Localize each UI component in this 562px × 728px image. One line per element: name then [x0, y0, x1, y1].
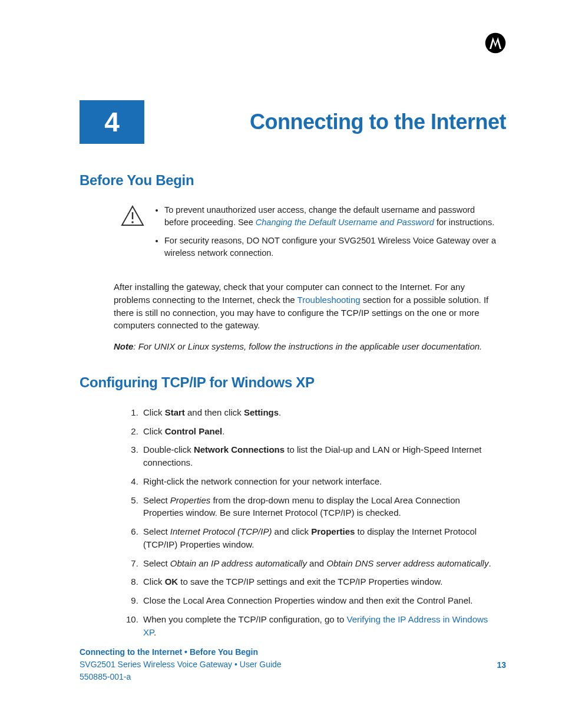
- step-9: Close the Local Area Connection Properti…: [141, 594, 500, 607]
- step-10: When you complete the TCP/IP configurati…: [141, 613, 500, 639]
- step-text: to save the TCP/IP settings and exit the…: [178, 577, 442, 587]
- step-text: and then click: [185, 407, 244, 417]
- svg-point-2: [131, 221, 134, 223]
- step-bold: Settings: [244, 407, 279, 417]
- step-italic: Obtain DNS server address automatically: [326, 558, 488, 568]
- step-text: Click: [143, 577, 165, 587]
- chapter-number: 4: [104, 106, 120, 138]
- note-label: Note: [114, 341, 133, 351]
- intro-paragraph: After installing the gateway, check that…: [114, 281, 500, 332]
- warning-icon: [121, 205, 144, 228]
- step-bold: OK: [165, 577, 178, 587]
- page-footer: Connecting to the Internet • Before You …: [80, 646, 506, 683]
- step-5: Select Properties from the drop-down men…: [141, 494, 500, 520]
- warning-text: for instructions.: [434, 218, 494, 227]
- step-1: Click Start and then click Settings.: [141, 406, 500, 419]
- note-text: : For UNIX or Linux systems, follow the …: [133, 341, 482, 351]
- step-text: .: [488, 558, 491, 568]
- step-text: and click: [272, 526, 311, 536]
- step-text: When you complete the TCP/IP configurati…: [143, 614, 346, 624]
- section-tcpip-title: Configuring TCP/IP for Windows XP: [80, 374, 506, 391]
- step-text: Click: [143, 426, 165, 436]
- step-text: Double-click: [143, 444, 194, 454]
- step-3: Double-click Network Connections to list…: [141, 443, 500, 469]
- step-2: Click Control Panel.: [141, 425, 500, 438]
- chapter-header: 4 Connecting to the Internet: [80, 100, 506, 144]
- step-text: .: [279, 407, 281, 417]
- chapter-number-box: 4: [80, 100, 144, 144]
- step-6: Select Internet Protocol (TCP/IP) and cl…: [141, 525, 500, 551]
- step-bold: Control Panel: [165, 426, 223, 436]
- warning-item-1: To prevent unauthorized user access, cha…: [164, 204, 500, 229]
- step-italic: Properties: [170, 495, 210, 505]
- step-bold: Start: [165, 407, 185, 417]
- step-bold: Properties: [311, 526, 355, 536]
- motorola-logo: [485, 32, 506, 54]
- link-troubleshooting[interactable]: Troubleshooting: [297, 295, 361, 305]
- warning-list: To prevent unauthorized user access, cha…: [154, 204, 500, 265]
- step-italic: Internet Protocol (TCP/IP): [170, 526, 272, 536]
- step-text: .: [154, 627, 156, 637]
- warning-block: To prevent unauthorized user access, cha…: [121, 204, 500, 265]
- footer-breadcrumb: Connecting to the Internet • Before You …: [80, 646, 506, 658]
- step-text: .: [222, 426, 224, 436]
- section-before-you-begin-title: Before You Begin: [80, 172, 506, 189]
- svg-point-0: [485, 33, 506, 54]
- step-4: Right-click the network connection for y…: [141, 475, 500, 488]
- step-8: Click OK to save the TCP/IP settings and…: [141, 575, 500, 588]
- step-text: and: [307, 558, 326, 568]
- steps-list: Click Start and then click Settings. Cli…: [128, 406, 500, 639]
- warning-item-2: For security reasons, DO NOT configure y…: [164, 235, 500, 259]
- step-text: Select: [143, 495, 170, 505]
- step-italic: Obtain an IP address automatically: [170, 558, 307, 568]
- footer-page-number: 13: [497, 659, 506, 671]
- step-text: Select: [143, 558, 170, 568]
- step-bold: Network Connections: [194, 444, 285, 454]
- note-paragraph: Note: For UNIX or Linux systems, follow …: [114, 340, 500, 353]
- footer-doc-number: 550885-001-a: [80, 671, 506, 683]
- link-change-password[interactable]: Changing the Default Username and Passwo…: [256, 218, 434, 227]
- chapter-title: Connecting to the Internet: [250, 110, 506, 134]
- step-text: Select: [143, 526, 170, 536]
- step-text: Click: [143, 407, 165, 417]
- step-7: Select Obtain an IP address automaticall…: [141, 557, 500, 570]
- footer-guide: SVG2501 Series Wireless Voice Gateway • …: [80, 658, 506, 671]
